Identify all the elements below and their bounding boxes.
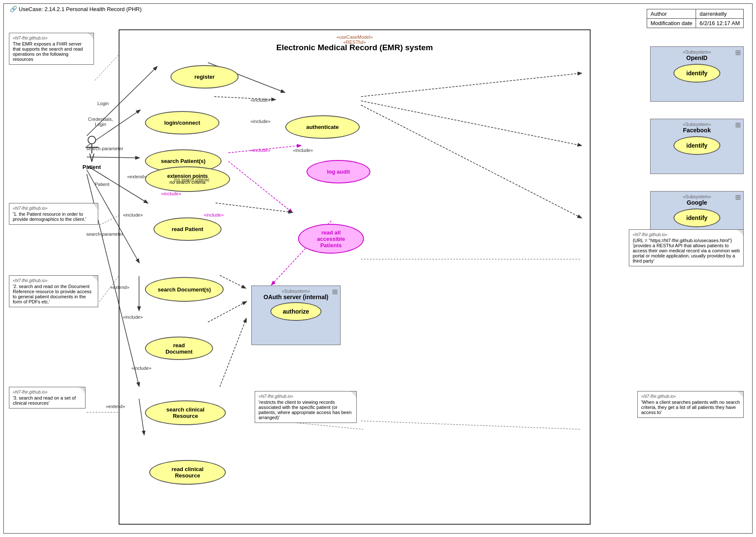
- emr-box: «useCaseModel» «RESTful» Electronic Medi…: [119, 29, 591, 525]
- note-oauth-url-text: {URL = "https://hl7-fhir.github.io/useca…: [633, 238, 740, 263]
- note-emr: «hl7-fhir.github.io» The EMR exposes a F…: [9, 33, 94, 65]
- diagram-title: UseCase: 2.14.2.1 Personal Health Record…: [19, 6, 142, 12]
- include-label3: «include»: [250, 148, 270, 153]
- oauth-stereotype: «Subsystem»: [252, 288, 340, 294]
- credentials-login-label: Login: [95, 122, 106, 127]
- login-connect-ellipse: login/connect: [145, 111, 219, 134]
- oauth-name: OAuth server (internal): [252, 294, 340, 300]
- note-oauth-url-title: «hl7-fhir.github.io»: [633, 232, 740, 237]
- note-search-criteria-title: «hl7-fhir.github.io»: [641, 394, 740, 399]
- actor-leg-right: [91, 154, 94, 162]
- note-clinical-text: '3. search and read on a set of clinical…: [13, 395, 82, 406]
- outer-container: 🔗 UseCase: 2.14.2.1 Personal Health Reco…: [3, 3, 753, 534]
- include-label6: «include»: [123, 314, 143, 320]
- subsystem-google-icon: ⊞: [735, 193, 741, 201]
- register-ellipse: register: [171, 65, 239, 89]
- actor-label: Patient: [82, 164, 101, 170]
- note-search-criteria: «hl7-fhir.github.io» 'When a client sear…: [637, 391, 744, 418]
- note-patient-text: '1. the Patient resource in order to pro…: [13, 211, 94, 222]
- title-bar: 🔗 UseCase: 2.14.2.1 Personal Health Reco…: [7, 6, 144, 12]
- mod-date-label: Modification date: [647, 19, 696, 28]
- extend-label2: «extend»: [110, 285, 129, 290]
- mod-date-value: 6/2/16 12:17 AM: [696, 19, 744, 28]
- note-oauth-url: «hl7-fhir.github.io» {URL = "https://hl7…: [629, 229, 744, 266]
- note-document-title: «hl7-fhir.github.io»: [13, 278, 94, 283]
- note-patient-title: «hl7-fhir.github.io»: [13, 206, 94, 211]
- note-document: «hl7-fhir.github.io» '2. search and read…: [9, 275, 98, 307]
- extend-label1: «extend»: [127, 174, 146, 179]
- actor-patient: Patient: [82, 136, 101, 170]
- subsystem-openid-icon: ⊞: [735, 49, 741, 57]
- google-identify-ellipse: identify: [674, 209, 720, 227]
- note-restrict: «hl7-fhir.github.io» 'restricts the clie…: [255, 391, 357, 423]
- note-search-criteria-text: 'When a client searches patients with no…: [641, 400, 740, 415]
- credentials-label: Credentials,: [88, 117, 113, 122]
- login-label: Login: [97, 101, 109, 106]
- subsystem-google-name: Google: [651, 199, 743, 206]
- usecase-icon: 🔗: [10, 6, 17, 12]
- info-table: Author darrenkelly Modification date 6/2…: [647, 9, 744, 28]
- subsystem-facebook-name: Facebook: [651, 127, 743, 134]
- read-all-patients-ellipse: read allaccessiblePatients: [298, 224, 364, 254]
- svg-line-21: [99, 216, 119, 225]
- subsystem-openid: ⊞ «Subsystem» OpenID identify: [650, 46, 744, 102]
- subsystem-facebook: ⊞ «Subsystem» Facebook identify: [650, 119, 744, 174]
- no-search-criteria-label: (no search criteria): [174, 177, 209, 182]
- read-document-ellipse: readDocument: [145, 337, 213, 360]
- oauth-icon: ⊞: [332, 288, 338, 296]
- author-value: darrenkelly: [696, 9, 744, 19]
- log-audit-ellipse: log audit: [307, 160, 370, 183]
- actor-legs: [89, 154, 94, 162]
- search-documents-ellipse: search Document(s): [145, 277, 224, 302]
- search-param-label1: search-parameter: [86, 146, 123, 151]
- emr-stereotype1: «useCaseModel»: [336, 34, 373, 40]
- subsystem-openid-stereotype: «Subsystem»: [651, 49, 743, 54]
- oauth-box: ⊞ «Subsystem» OAuth server (internal) au…: [251, 286, 341, 345]
- search-clinical-ellipse: search clinicalResource: [145, 400, 226, 425]
- include-label4: «include»: [123, 212, 143, 217]
- include-label7: «include»: [131, 366, 151, 371]
- note-document-text: '2. search and read on the Document Refe…: [13, 284, 94, 304]
- authorize-ellipse: authorize: [270, 302, 321, 321]
- search-param-label2: search-parameter: [86, 231, 123, 237]
- note-emr-text: The EMR exposes a FHIR server that suppo…: [13, 41, 90, 62]
- include-label2: «include»: [250, 119, 270, 124]
- author-label: Author: [647, 9, 696, 19]
- include-label5: «include»: [204, 212, 224, 217]
- emr-title-main: Electronic Medical Record (EMR) system: [119, 43, 590, 52]
- actor-head: [88, 136, 96, 144]
- subsystem-facebook-stereotype: «Subsystem»: [651, 122, 743, 127]
- subsystem-facebook-icon: ⊞: [735, 121, 741, 129]
- authenticate-ellipse: authenticate: [285, 115, 360, 139]
- include-label1: «include»: [250, 97, 270, 103]
- subsystem-google-stereotype: «Subsystem»: [651, 194, 743, 199]
- openid-identify-ellipse: identify: [674, 64, 720, 83]
- read-patient-ellipse: read Patient: [153, 217, 222, 241]
- read-clinical-ellipse: read clinicalResource: [149, 460, 226, 485]
- note-clinical-title: «hl7-fhir.github.io»: [13, 390, 82, 394]
- extend-label3: «extend»: [106, 404, 125, 409]
- note-restrict-title: «hl7-fhir.github.io»: [259, 394, 353, 399]
- note-restrict-text: 'restricts the client to viewing records…: [259, 400, 353, 420]
- include-pink-label: «include»: [161, 191, 181, 196]
- subsystem-openid-name: OpenID: [651, 54, 743, 61]
- include-label8: «include»: [293, 148, 313, 153]
- svg-line-20: [95, 55, 119, 80]
- note-clinical: «hl7-fhir.github.io» '3. search and read…: [9, 387, 85, 408]
- note-patient: «hl7-fhir.github.io» '1. the Patient res…: [9, 203, 98, 225]
- note-emr-title: «hl7-fhir.github.io»: [13, 36, 90, 40]
- patient-label: Patient: [95, 182, 109, 187]
- facebook-identify-ellipse: identify: [674, 136, 720, 155]
